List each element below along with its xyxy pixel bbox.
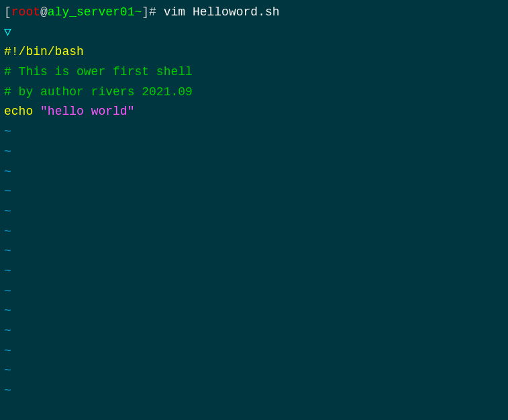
vim-indicator-line: ▽ — [4, 23, 504, 43]
echo-space — [33, 102, 40, 122]
tilde-line-7: ~ — [4, 242, 504, 262]
tilde: ~ — [4, 301, 11, 321]
tilde: ~ — [4, 321, 11, 342]
tilde-line-11: ~ — [4, 321, 504, 342]
tilde-line-8: ~ — [4, 262, 504, 282]
shebang-text: #!/bin/bash — [4, 42, 84, 62]
prompt-tilde: ~ — [134, 3, 142, 23]
vim-mode-indicator: ▽ — [4, 23, 11, 43]
echo-line: echo "hello world" — [4, 102, 504, 122]
tilde-line-3: ~ — [4, 162, 504, 182]
tilde-line-10: ~ — [4, 301, 504, 321]
tilde: ~ — [4, 142, 11, 162]
tilde: ~ — [4, 361, 11, 381]
echo-string: "hello world" — [40, 102, 134, 122]
tilde: ~ — [4, 182, 11, 202]
bracket-open: [ — [4, 3, 11, 23]
tilde: ~ — [4, 222, 11, 242]
prompt-at: @ — [40, 3, 48, 23]
echo-keyword: echo — [4, 102, 33, 122]
tilde-line-4: ~ — [4, 182, 504, 202]
terminal-window: [root@aly_server01~]# vim Helloword.sh ▽… — [0, 0, 508, 420]
tilde-line-5: ~ — [4, 202, 504, 222]
prompt-user: root — [11, 3, 40, 23]
prompt-hostname: aly_server01 — [48, 3, 135, 23]
comment-text-2: # by author rivers 2021.09 — [4, 83, 193, 103]
prompt-hash: # — [149, 3, 156, 23]
tilde-line-2: ~ — [4, 142, 504, 162]
tilde: ~ — [4, 342, 11, 362]
tilde-line-6: ~ — [4, 222, 504, 242]
tilde: ~ — [4, 122, 11, 142]
shebang-line: #!/bin/bash — [4, 42, 504, 62]
comment-text-1: # This is ower first shell — [4, 62, 193, 83]
tilde: ~ — [4, 162, 11, 182]
tilde: ~ — [4, 262, 11, 282]
command-text: vim Helloword.sh — [156, 3, 280, 23]
blank-line — [4, 401, 504, 420]
tilde-line-9: ~ — [4, 282, 504, 302]
vim-command-line: [root@aly_server01~]# vim Helloword.sh — [4, 3, 504, 23]
tilde: ~ — [4, 381, 11, 401]
tilde-line-1: ~ — [4, 122, 504, 142]
tilde-line-13: ~ — [4, 361, 504, 381]
comment-line-1: # This is ower first shell — [4, 62, 504, 83]
tilde: ~ — [4, 242, 11, 262]
tilde-line-12: ~ — [4, 342, 504, 362]
comment-line-2: # by author rivers 2021.09 — [4, 83, 504, 103]
tilde: ~ — [4, 282, 11, 302]
tilde: ~ — [4, 202, 11, 222]
tilde-line-14: ~ — [4, 381, 504, 401]
bracket-close: ] — [142, 3, 149, 23]
